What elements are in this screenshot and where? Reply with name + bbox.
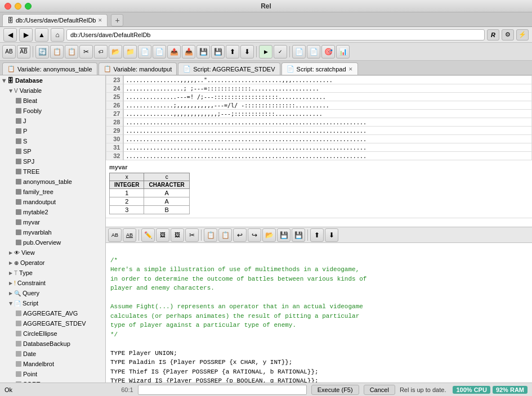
sidebar-item-family[interactable]: family_tree <box>0 187 105 197</box>
script-btn-cut[interactable]: ✂ <box>185 228 199 242</box>
script-content-area[interactable]: /* Here's a simple illustration of use o… <box>106 243 532 382</box>
script-btn-pencil[interactable]: ✏️ <box>141 228 155 242</box>
script-btn-redo[interactable]: ↪ <box>248 228 261 242</box>
sidebar-item-mandelbrot[interactable]: Mandelbrot <box>0 359 105 369</box>
sidebar-item-j[interactable]: J <box>0 116 105 126</box>
script-btn-up[interactable]: ⬆ <box>310 228 324 242</box>
path-input[interactable] <box>66 29 485 40</box>
toolbar-execute[interactable]: ▶ <box>259 45 272 58</box>
tab-anonymous-table[interactable]: 📋 Variable: anonymous_table <box>2 62 97 75</box>
path-extra-button1[interactable]: ⚙ <box>502 29 514 40</box>
mando-label: mandoutput <box>23 199 56 205</box>
sidebar-item-mandoutput[interactable]: mandoutput <box>0 197 105 207</box>
sidebar-item-foobly[interactable]: Foobly <box>0 106 105 116</box>
toolbar-btn-21[interactable]: 📊 <box>336 45 350 58</box>
close-button[interactable] <box>5 3 11 10</box>
sidebar-section-script[interactable]: ▶ 📄 Script <box>0 298 105 308</box>
script-btn-undo[interactable]: ↩ <box>233 228 247 242</box>
sidebar-item-tree[interactable]: TREE <box>0 166 105 177</box>
toolbar-check[interactable]: ✓ <box>274 45 287 58</box>
script-btn-saveas[interactable]: 💾 <box>292 228 305 242</box>
db-tab-close[interactable]: ✕ <box>98 17 102 23</box>
script-btn-down[interactable]: ⬇ <box>325 228 338 242</box>
sidebar-section-type[interactable]: ▶ T Type <box>0 268 105 278</box>
sidebar-item-puboverview[interactable]: pub.Overview <box>0 237 105 248</box>
sidebar-item-dbbackup[interactable]: DatabaseBackup <box>0 339 105 349</box>
sidebar-item-myvar[interactable]: myvar <box>0 217 105 227</box>
toolbar-btn-4[interactable]: 📋 <box>50 45 64 58</box>
cancel-button[interactable]: Cancel <box>364 385 395 395</box>
toolbar-btn-3[interactable]: 🔄 <box>35 45 49 58</box>
sidebar-item-s[interactable]: S <box>0 136 105 146</box>
toolbar-btn-13[interactable]: 📥 <box>182 45 195 58</box>
toolbar-btn-19[interactable]: 📄 <box>307 45 320 58</box>
j-var-icon <box>16 118 21 124</box>
view-label: View <box>21 249 35 256</box>
sidebar-item-bleat[interactable]: Bleat <box>0 96 105 106</box>
tab-aggregate-stdev[interactable]: 📄 Script: AGGREGATE_STDEV <box>178 62 280 75</box>
scratch-tab-close[interactable]: ✕ <box>348 66 353 72</box>
back-button[interactable]: ◀ <box>3 28 17 42</box>
toolbar-btn-17[interactable]: ⬇ <box>240 45 254 58</box>
sidebar-item-spj[interactable]: SPJ <box>0 156 105 166</box>
sidebar-section-operator[interactable]: ▶ ⊕ Operator <box>0 258 105 268</box>
up-button[interactable]: ▲ <box>35 28 48 42</box>
sidebar-section-database[interactable]: ▶ 🗄 Database <box>0 75 105 86</box>
sidebar-section-constraint[interactable]: ▶ ! Constraint <box>0 278 105 288</box>
script-btn-copy[interactable]: 📋 <box>204 228 217 242</box>
toolbar-btn-20[interactable]: 🎯 <box>321 45 335 58</box>
sidebar-section-query[interactable]: ▶ 🔍 Query <box>0 288 105 298</box>
sidebar-item-anon[interactable]: anonymous_table <box>0 177 105 187</box>
toolbar-btn-7[interactable]: 🏷 <box>94 45 108 58</box>
toolbar-btn-5[interactable]: 📋 <box>65 45 78 58</box>
script-btn-open[interactable]: 📂 <box>262 228 276 242</box>
toolbar-btn-11[interactable]: 📄 <box>153 45 166 58</box>
toolbar-btn-14[interactable]: 💾 <box>196 45 210 58</box>
sidebar-item-sqrt[interactable]: SQRT <box>0 379 105 382</box>
add-tab-button[interactable]: + <box>111 14 123 26</box>
path-action-button[interactable]: R <box>487 29 499 40</box>
toolbar-btn-6[interactable]: ✂ <box>79 45 93 58</box>
sidebar-item-sp[interactable]: SP <box>0 146 105 156</box>
sqrt-label: SQRT <box>23 381 40 382</box>
sidebar-item-point[interactable]: Point <box>0 369 105 379</box>
tab-mandoutput[interactable]: 📋 Variable: mandoutput <box>99 62 177 75</box>
row-number: 23 <box>106 76 123 84</box>
toolbar-btn-2[interactable]: AB <box>17 45 30 58</box>
script-btn-paste[interactable]: 📋 <box>218 228 232 242</box>
toolbar-btn-1[interactable]: AB <box>2 45 16 58</box>
tree-label: TREE <box>23 168 39 175</box>
sidebar-item-mytable2[interactable]: mytable2 <box>0 207 105 217</box>
execute-input[interactable] <box>138 385 307 395</box>
sidebar-item-agg-stdev[interactable]: AGGREGATE_STDEV <box>0 318 105 328</box>
sidebar-item-p[interactable]: P <box>0 126 105 136</box>
toolbar-btn-16[interactable]: ⬆ <box>226 45 239 58</box>
script-btn-img2[interactable]: 🖼 <box>171 228 184 242</box>
home-button[interactable]: ⌂ <box>51 28 64 42</box>
script-btn-ab1[interactable]: AB <box>108 228 122 242</box>
execute-button[interactable]: Execute (F5) <box>311 385 359 395</box>
toolbar-btn-18[interactable]: 📄 <box>292 45 306 58</box>
db-tab[interactable]: 🗄 db:/Users/dave/DefaultRelDb ✕ <box>2 14 108 26</box>
toolbar-btn-10[interactable]: 📄 <box>138 45 151 58</box>
forward-button[interactable]: ▶ <box>19 28 33 42</box>
toolbar-btn-12[interactable]: 📤 <box>167 45 181 58</box>
sidebar-section-variable[interactable]: ▶ V Variable <box>0 86 105 96</box>
toolbar-btn-9[interactable]: 📁 <box>123 45 137 58</box>
path-extra-button2[interactable]: ⚡ <box>516 29 529 40</box>
sidebar-item-circle[interactable]: CircleEllipse <box>0 328 105 339</box>
sidebar-section-view[interactable]: ▶ 👁 View <box>0 248 105 258</box>
minimize-button[interactable] <box>15 3 21 10</box>
script-btn-img1[interactable]: 🖼 <box>156 228 169 242</box>
script-btn-save[interactable]: 💾 <box>277 228 290 242</box>
script-btn-ab2[interactable]: AB <box>123 228 136 242</box>
sidebar-item-agg-avg[interactable]: AGGREGATE_AVG <box>0 308 105 318</box>
sidebar-item-date[interactable]: Date <box>0 349 105 359</box>
p-var-icon <box>16 128 21 134</box>
toolbar-btn-8[interactable]: 📂 <box>109 45 122 58</box>
query-icon: 🔍 <box>14 290 21 296</box>
sidebar-item-myvarblah[interactable]: myvarblah <box>0 227 105 237</box>
maximize-button[interactable] <box>25 3 32 10</box>
tab-scratchpad[interactable]: 📄 Script: scratchpad ✕ <box>281 62 358 75</box>
toolbar-btn-15[interactable]: 💾 <box>211 45 225 58</box>
